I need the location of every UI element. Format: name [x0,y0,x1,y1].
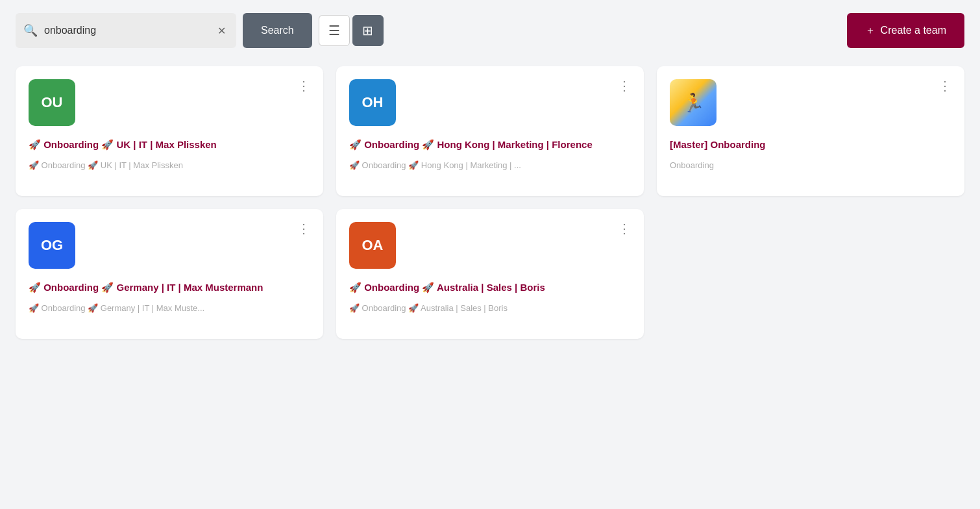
search-icon: 🔍 [23,23,38,38]
team-card-oh: ⋮OH🚀 Onboarding 🚀 Hong Kong | Marketing … [336,66,644,196]
create-team-label: Create a team [881,25,946,36]
team-card-master: ⋮🏃[Master] OnboardingOnboarding [657,66,964,196]
team-card-og: ⋮OG🚀 Onboarding 🚀 Germany | IT | Max Mus… [16,209,323,339]
team-title-oh[interactable]: 🚀 Onboarding 🚀 Hong Kong | Marketing | F… [349,138,631,151]
team-avatar-master: 🏃 [670,79,717,126]
create-team-button[interactable]: ＋ Create a team [847,13,964,48]
team-title-oa[interactable]: 🚀 Onboarding 🚀 Australia | Sales | Boris [349,280,631,294]
team-subtitle-og: 🚀 Onboarding 🚀 Germany | IT | Max Muste.… [29,303,310,313]
team-subtitle-oh: 🚀 Onboarding 🚀 Hong Kong | Marketing | .… [349,160,631,170]
team-avatar-oa: OA [349,222,396,269]
team-card-oa: ⋮OA🚀 Onboarding 🚀 Australia | Sales | Bo… [336,209,644,339]
card-menu-button-oh[interactable]: ⋮ [615,77,633,95]
team-title-og[interactable]: 🚀 Onboarding 🚀 Germany | IT | Max Muster… [29,280,310,294]
card-menu-button-ou[interactable]: ⋮ [295,77,313,95]
list-view-button[interactable]: ☰ [319,15,350,46]
search-box: 🔍 ✕ [16,13,236,48]
clear-search-button[interactable]: ✕ [215,23,228,38]
team-avatar-ou: OU [29,79,75,126]
team-title-master[interactable]: [Master] Onboarding [670,138,951,151]
team-subtitle-master: Onboarding [670,160,951,170]
team-subtitle-oa: 🚀 Onboarding 🚀 Australia | Sales | Boris [349,303,631,313]
team-subtitle-ou: 🚀 Onboarding 🚀 UK | IT | Max Plissken [29,160,310,170]
search-input[interactable] [44,25,208,36]
team-card-ou: ⋮OU🚀 Onboarding 🚀 UK | IT | Max Plissken… [16,66,323,196]
view-toggle: ☰ ⊞ [319,15,384,46]
teams-grid: ⋮OU🚀 Onboarding 🚀 UK | IT | Max Plissken… [16,66,964,339]
grid-view-button[interactable]: ⊞ [352,15,384,46]
card-menu-button-oa[interactable]: ⋮ [615,219,633,238]
plus-icon: ＋ [865,24,876,38]
team-avatar-oh: OH [349,79,396,126]
card-menu-button-og[interactable]: ⋮ [295,219,313,238]
team-title-ou[interactable]: 🚀 Onboarding 🚀 UK | IT | Max Plissken [29,138,310,151]
card-menu-button-master[interactable]: ⋮ [936,77,954,95]
search-button[interactable]: Search [243,13,312,48]
top-bar: 🔍 ✕ Search ☰ ⊞ ＋ Create a team [16,13,964,48]
team-avatar-og: OG [29,222,75,269]
